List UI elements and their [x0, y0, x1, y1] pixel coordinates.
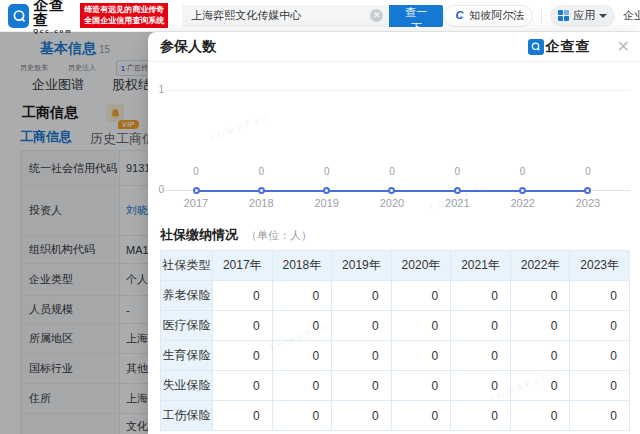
insurance-column-header: 2022年 — [510, 251, 570, 281]
chart-data-point[interactable] — [258, 187, 265, 194]
chart-data-point[interactable] — [323, 187, 330, 194]
insurance-value-cell: 0 — [510, 311, 570, 341]
insurance-table-header-row: 社保类型2017年2018年2019年2020年2021年2022年2023年 — [161, 251, 630, 281]
qcc-logo[interactable]: 企查查 Qcc.com — [8, 0, 75, 34]
point-value-label: 0 — [241, 166, 281, 177]
zhibi-alpha-link[interactable]: C 知彼阿尔法 — [443, 5, 533, 27]
zhibi-alpha-label: 知彼阿尔法 — [469, 8, 524, 23]
insurance-value-cell: 0 — [391, 281, 451, 311]
x-axis-label: 2021 — [433, 197, 481, 209]
slogan-line-1: 缔造有远见的商业传奇 — [84, 5, 164, 16]
clear-search-icon[interactable]: ✕ — [370, 9, 383, 22]
insurance-value-cell: 0 — [213, 311, 273, 341]
insurance-column-header: 2023年 — [570, 251, 630, 281]
insurance-value-cell: 0 — [570, 281, 630, 311]
insurance-table-section: 社保缴纳情况 （单位：人） 社保类型2017年2018年2019年2020年20… — [148, 218, 640, 431]
insurance-value-cell: 0 — [332, 371, 392, 401]
insured-persons-modal: 5GMBP9G 5GMBP9G 5GMBP9G 5GMBP9G 参保人数 企查查… — [148, 32, 640, 434]
search-group: ✕ 查一下 — [182, 5, 443, 27]
insurance-type-cell: 医疗保险 — [161, 311, 213, 341]
chart-data-point[interactable] — [388, 187, 395, 194]
insurance-value-cell: 0 — [272, 281, 332, 311]
point-value-label: 0 — [307, 166, 347, 177]
search-button[interactable]: 查一下 — [389, 5, 443, 27]
search-input[interactable] — [182, 10, 382, 22]
gridline — [166, 90, 630, 91]
insurance-value-cell: 0 — [391, 401, 451, 431]
insurance-column-header: 社保类型 — [161, 251, 213, 281]
insurance-value-cell: 0 — [570, 341, 630, 371]
topbar-right: C 知彼阿尔法 应用 企业 — [443, 5, 640, 27]
apps-label: 应用 — [573, 8, 595, 23]
chart-data-point[interactable] — [519, 187, 526, 194]
x-axis-label: 2017 — [172, 197, 220, 209]
qcc-watermark-icon — [528, 39, 544, 55]
insurance-value-cell: 0 — [570, 371, 630, 401]
insurance-value-cell: 0 — [213, 281, 273, 311]
x-axis-label: 2019 — [303, 197, 351, 209]
insurance-table: 社保类型2017年2018年2019年2020年2021年2022年2023年 … — [160, 250, 630, 431]
insurance-value-cell: 0 — [272, 401, 332, 431]
insurance-value-cell: 0 — [213, 341, 273, 371]
chart-data-point[interactable] — [454, 187, 461, 194]
qcc-logo-icon — [8, 4, 29, 28]
slogan-line-2: 全国企业信用查询系统 — [84, 16, 164, 27]
insurance-value-cell: 0 — [451, 281, 511, 311]
insurance-value-cell: 0 — [391, 341, 451, 371]
chevron-down-icon — [599, 14, 607, 18]
x-axis-label: 2022 — [499, 197, 547, 209]
insurance-type-cell: 养老保险 — [161, 281, 213, 311]
insurance-value-cell: 0 — [272, 371, 332, 401]
insurance-value-cell: 0 — [213, 371, 273, 401]
insurance-value-cell: 0 — [272, 311, 332, 341]
point-value-label: 0 — [437, 166, 477, 177]
insurance-column-header: 2020年 — [391, 251, 451, 281]
insurance-column-header: 2018年 — [272, 251, 332, 281]
insurance-value-cell: 0 — [451, 401, 511, 431]
insurance-column-header: 2019年 — [332, 251, 392, 281]
insurance-value-cell: 0 — [332, 341, 392, 371]
brand-slogan: 缔造有远见的商业传奇 全国企业信用查询系统 — [80, 3, 168, 29]
x-axis-label: 2018 — [237, 197, 285, 209]
insurance-value-cell: 0 — [332, 281, 392, 311]
qcc-watermark-logo: 企查查 — [528, 38, 591, 56]
y-axis-tick-0: 0 — [150, 184, 164, 195]
apps-menu-button[interactable]: 应用 — [550, 5, 615, 27]
point-value-label: 0 — [568, 166, 608, 177]
modal-header-right: 企查查 ✕ — [528, 38, 630, 56]
insurance-value-cell: 0 — [510, 341, 570, 371]
qcc-logo-text: 企查查 Qcc.com — [33, 0, 75, 34]
enterprise-menu-item[interactable]: 企业 — [623, 8, 640, 23]
insurance-table-row: 生育保险0000000 — [161, 341, 630, 371]
modal-header: 参保人数 企查查 ✕ — [148, 32, 640, 62]
topbar-divider — [541, 9, 542, 23]
zhibi-alpha-icon: C — [452, 9, 466, 23]
insurance-table-row: 失业保险0000000 — [161, 371, 630, 401]
insurance-type-cell: 失业保险 — [161, 371, 213, 401]
insurance-value-cell: 0 — [510, 401, 570, 431]
chart-data-point[interactable] — [584, 187, 591, 194]
top-bar: 企查查 Qcc.com 缔造有远见的商业传奇 全国企业信用查询系统 ✕ 查一下 … — [0, 0, 640, 32]
insurance-value-cell: 0 — [451, 371, 511, 401]
insurance-table-row: 养老保险0000000 — [161, 281, 630, 311]
insurance-value-cell: 0 — [451, 341, 511, 371]
point-value-label: 0 — [503, 166, 543, 177]
x-axis-label: 2020 — [368, 197, 416, 209]
insurance-value-cell: 0 — [213, 401, 273, 431]
insurance-value-cell: 0 — [332, 311, 392, 341]
insurance-value-cell: 0 — [570, 311, 630, 341]
insurance-value-cell: 0 — [510, 371, 570, 401]
y-axis-tick-1: 1 — [150, 84, 164, 95]
insurance-table-title: 社保缴纳情况 — [160, 226, 238, 244]
chart-data-point[interactable] — [193, 187, 200, 194]
x-axis-label: 2023 — [564, 197, 612, 209]
insurance-type-cell: 工伤保险 — [161, 401, 213, 431]
insurance-type-cell: 生育保险 — [161, 341, 213, 371]
close-icon[interactable]: ✕ — [617, 39, 630, 55]
insurance-value-cell: 0 — [510, 281, 570, 311]
search-box: ✕ — [182, 5, 389, 27]
point-value-label: 0 — [372, 166, 412, 177]
apps-grid-icon — [558, 10, 569, 21]
insurance-value-cell: 0 — [391, 311, 451, 341]
brand-name: 企查查 — [33, 0, 75, 27]
